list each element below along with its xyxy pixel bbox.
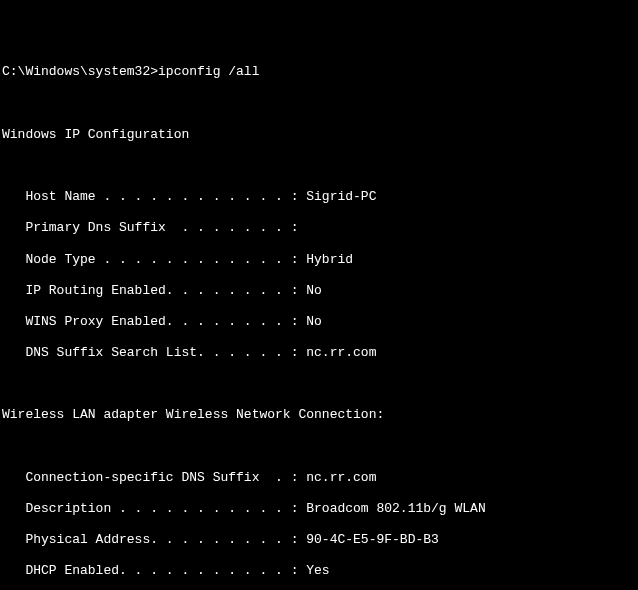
section-header: Windows IP Configuration [2,127,636,143]
value: nc.rr.com [306,345,376,360]
value: No [306,314,322,329]
kv-wins-proxy: WINS Proxy Enabled. . . . . . . . : No [2,314,636,330]
value: nc.rr.com [306,470,376,485]
value: 90-4C-E5-9F-BD-B3 [306,532,439,547]
kv-conn-dns-suffix: Connection-specific DNS Suffix . : nc.rr… [2,470,636,486]
kv-dhcp-enabled: DHCP Enabled. . . . . . . . . . . : Yes [2,563,636,579]
kv-dns-suffix-list: DNS Suffix Search List. . . . . . : nc.r… [2,345,636,361]
kv-ip-routing: IP Routing Enabled. . . . . . . . : No [2,283,636,299]
kv-node-type: Node Type . . . . . . . . . . . . : Hybr… [2,252,636,268]
command-prompt-line: C:\Windows\system32>ipconfig /all [2,64,636,80]
value: Hybrid [306,252,353,267]
value: Yes [306,563,329,578]
value: No [306,283,322,298]
kv-description: Description . . . . . . . . . . . : Broa… [2,501,636,517]
value: Broadcom 802.11b/g WLAN [306,501,485,516]
kv-primary-dns-suffix: Primary Dns Suffix . . . . . . . : [2,220,636,236]
kv-host-name: Host Name . . . . . . . . . . . . : Sigr… [2,189,636,205]
kv-physical-address: Physical Address. . . . . . . . . : 90-4… [2,532,636,548]
wlan-adapter-header: Wireless LAN adapter Wireless Network Co… [2,407,636,423]
value: Sigrid-PC [306,189,376,204]
